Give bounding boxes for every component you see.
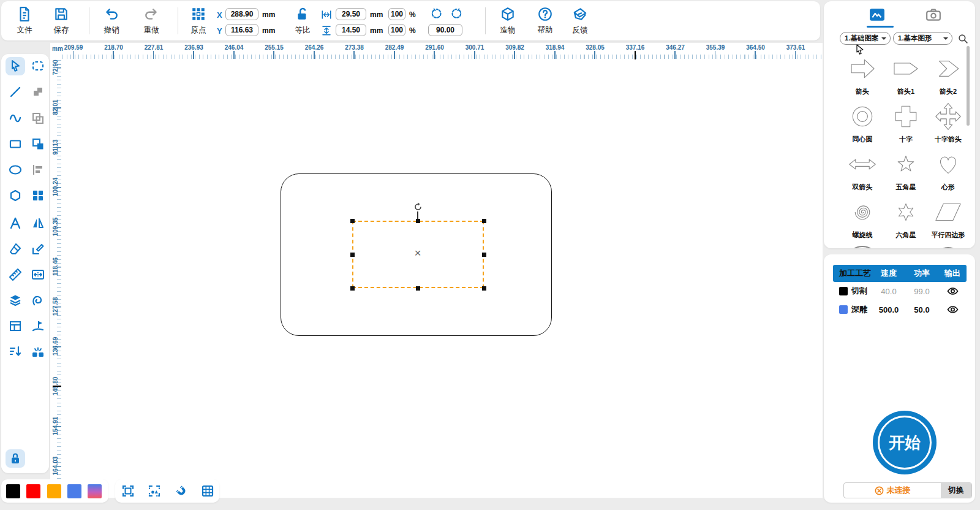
file-button[interactable]: 文件 [12, 6, 37, 36]
width-input[interactable] [336, 8, 366, 20]
shape-item-star5[interactable]: 五角星 [886, 147, 925, 192]
shape-item-arrow[interactable]: 箭头 [843, 51, 882, 96]
select-cursor-tool[interactable] [6, 57, 25, 75]
path-preview-icon[interactable] [28, 317, 48, 335]
layer-color-swatch[interactable] [839, 305, 848, 314]
shape-item-star6[interactable]: 六角星 [886, 195, 925, 240]
shape-item-spiral[interactable]: 螺旋线 [843, 195, 882, 240]
mirror-flip-icon[interactable] [28, 214, 48, 232]
layer-color-swatch[interactable] [839, 287, 848, 295]
v-ruler-label: 72.90 [52, 59, 59, 75]
shape-item-partial[interactable] [845, 244, 880, 248]
selection-handle-nw[interactable] [350, 219, 355, 223]
node-edit-icon[interactable] [28, 240, 48, 258]
power-value[interactable]: 99.0 [905, 287, 938, 296]
shape-item-cross[interactable]: 十字 [886, 99, 925, 144]
search-icon[interactable] [957, 33, 969, 45]
header-power: 功率 [905, 268, 938, 279]
rectangle-tool[interactable] [6, 135, 25, 153]
align-icon[interactable] [28, 161, 48, 179]
marquee-select-tool[interactable] [28, 57, 48, 75]
shape-item-partial[interactable] [931, 245, 965, 248]
fit-selection-icon[interactable] [146, 483, 162, 499]
shape-panel-scrollbar[interactable] [967, 46, 970, 126]
shape-item-parallelogram[interactable]: 平行四边形 [929, 195, 968, 240]
output-toggle[interactable] [938, 304, 967, 315]
speed-value[interactable]: 40.0 [872, 287, 905, 296]
selection-handle-s[interactable] [416, 286, 420, 291]
rotation-input[interactable] [428, 24, 462, 36]
redo-button[interactable]: 重做 [139, 6, 164, 36]
shape-item-arrow1[interactable]: 箭头1 [886, 51, 925, 96]
snap-magnet-icon[interactable] [173, 483, 189, 499]
shape-item-concentric-circle[interactable]: 同心圆 [843, 99, 882, 144]
shape-item-arrow2[interactable]: 箭头2 [929, 51, 968, 96]
selection-handle-e[interactable] [482, 253, 486, 257]
rotation-handle-icon[interactable] [413, 202, 423, 211]
rotate-ccw-icon[interactable] [430, 7, 443, 20]
swatch-blue[interactable] [67, 484, 81, 498]
process-row-engrave[interactable]: 深雕 500.0 50.0 [833, 300, 967, 319]
height-input[interactable] [336, 24, 366, 36]
swatch-gradient[interactable] [88, 484, 102, 498]
h-ruler-label: 218.70 [104, 44, 123, 51]
sort-order-icon[interactable] [6, 343, 25, 361]
grid-toggle-icon[interactable] [200, 483, 216, 499]
line-tool[interactable] [6, 83, 25, 101]
selection-handle-w[interactable] [350, 253, 355, 257]
curve-tool[interactable] [6, 109, 25, 128]
speed-value[interactable]: 500.0 [872, 305, 905, 314]
gallery-icon [869, 8, 885, 21]
help-button[interactable]: 帮助 [533, 6, 557, 36]
origin-button[interactable]: 原点 [186, 6, 211, 36]
width-percent-input[interactable] [388, 8, 405, 20]
x-position-input[interactable] [225, 8, 258, 20]
center-fit-icon[interactable] [28, 265, 48, 284]
process-row-cut[interactable]: 切割 40.0 99.0 [833, 282, 967, 300]
start-button[interactable]: 开始 [873, 411, 937, 474]
category-dropdown-secondary[interactable]: 1.基本图形 [893, 32, 952, 45]
weld-boolean-icon[interactable] [28, 83, 48, 101]
selection-handle-n[interactable] [416, 219, 420, 223]
table-split-icon[interactable] [6, 317, 25, 335]
shape-item-double-arrow[interactable]: 双箭头 [843, 147, 882, 192]
selection-handle-se[interactable] [482, 286, 486, 291]
category-dropdown-primary[interactable]: 1.基础图案 [840, 32, 891, 45]
category-secondary-value: 1.基本图形 [898, 34, 932, 43]
undo-button[interactable]: 撤销 [99, 6, 124, 36]
ellipse-tool[interactable] [6, 161, 25, 179]
selection-handle-ne[interactable] [482, 219, 486, 223]
feedback-button[interactable]: 反馈 [568, 6, 592, 36]
height-percent-input[interactable] [388, 24, 405, 36]
tab-camera[interactable] [923, 6, 944, 23]
measure-ruler-icon[interactable] [6, 265, 25, 284]
header-speed: 速度 [872, 268, 905, 279]
offset-contour-icon[interactable] [28, 291, 48, 310]
aspect-ratio-lock-button[interactable]: 等比 [290, 6, 315, 36]
selection-handle-sw[interactable] [350, 286, 355, 291]
frame-preview-icon[interactable] [120, 483, 136, 499]
swatch-red[interactable] [26, 484, 40, 498]
tab-gallery[interactable] [867, 6, 888, 23]
swatch-black[interactable] [6, 484, 20, 498]
switch-device-button[interactable]: 切换 [941, 483, 971, 498]
connection-status[interactable]: 未连接 [844, 483, 941, 498]
text-tool[interactable] [6, 214, 25, 232]
output-toggle[interactable] [938, 286, 967, 297]
y-position-input[interactable] [225, 24, 258, 36]
save-button[interactable]: 保存 [49, 6, 74, 36]
eraser-tool[interactable] [6, 240, 25, 258]
subtract-boolean-icon[interactable] [28, 109, 48, 128]
lock-canvas-button[interactable] [6, 449, 25, 468]
break-apart-icon[interactable] [28, 343, 48, 361]
array-pattern-icon[interactable] [28, 186, 48, 205]
layers-icon[interactable] [6, 291, 25, 310]
shape-item-heart[interactable]: 心形 [929, 147, 968, 192]
boolean-ops-icon[interactable] [28, 135, 48, 153]
rotate-cw-icon[interactable] [450, 7, 463, 20]
polygon-tool[interactable] [6, 186, 25, 205]
swatch-orange[interactable] [47, 484, 61, 498]
power-value[interactable]: 50.0 [905, 305, 938, 314]
shape-item-cross-arrow[interactable]: 十字箭头 [929, 99, 968, 144]
create-button[interactable]: 造物 [496, 6, 520, 36]
